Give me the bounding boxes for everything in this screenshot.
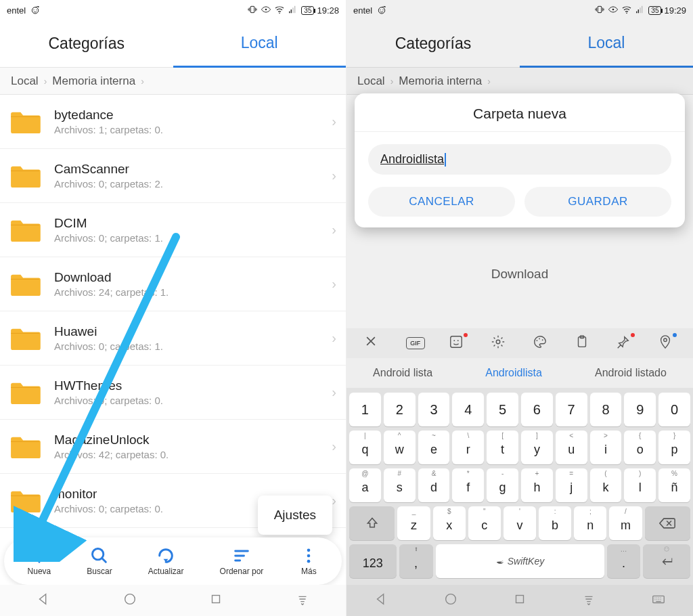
key-period[interactable]: …. xyxy=(607,544,641,578)
key-h[interactable]: +h xyxy=(521,468,553,502)
gear-icon[interactable] xyxy=(491,334,508,352)
back-key[interactable] xyxy=(374,592,388,609)
tab-local[interactable]: Local xyxy=(173,20,346,68)
crumb-local[interactable]: Local xyxy=(357,74,385,88)
key-j[interactable]: =j xyxy=(556,468,587,502)
crumb-internal[interactable]: Memoria interna xyxy=(52,74,135,88)
folder-row[interactable]: DownloadArchivos: 24; carpetas: 1.› xyxy=(0,257,346,311)
key-u[interactable]: <u xyxy=(556,431,587,464)
cancel-button[interactable]: CANCELAR xyxy=(368,187,515,217)
folder-icon xyxy=(9,326,41,351)
key-0[interactable]: 0 xyxy=(658,393,690,426)
key-space[interactable]: SwiftKey xyxy=(436,544,604,578)
suggestion-selected[interactable]: Androidlista xyxy=(485,367,542,379)
back-key[interactable] xyxy=(36,592,51,609)
tab-categories[interactable]: Categorías xyxy=(0,20,173,68)
more-button[interactable]: Más xyxy=(299,546,318,576)
sticker-icon[interactable] xyxy=(449,334,466,352)
close-icon[interactable] xyxy=(364,334,382,352)
keyboard-key[interactable] xyxy=(651,592,666,609)
folder-row[interactable]: MagazineUnlockArchivos: 42; carpetas: 0.… xyxy=(0,420,346,474)
key-l[interactable]: )l xyxy=(624,468,656,502)
key-backspace[interactable] xyxy=(645,506,690,540)
key-8[interactable]: 8 xyxy=(590,393,622,426)
key-b[interactable]: :b xyxy=(539,506,571,540)
key-c[interactable]: "c xyxy=(468,506,501,540)
dropdown-key[interactable] xyxy=(295,592,310,609)
key-o[interactable]: {o xyxy=(624,431,656,464)
svg-point-23 xyxy=(457,340,459,341)
recent-key[interactable] xyxy=(208,592,223,609)
key-i[interactable]: >i xyxy=(590,431,622,464)
key-t[interactable]: [t xyxy=(487,431,518,464)
svg-point-10 xyxy=(307,560,311,563)
key-k[interactable]: (k xyxy=(590,468,622,502)
key-shift[interactable] xyxy=(349,506,395,540)
key-comma[interactable]: , xyxy=(399,544,433,578)
key-e[interactable]: ~e xyxy=(418,431,450,464)
tab-categories[interactable]: Categorías xyxy=(346,20,520,68)
key-3[interactable]: 3 xyxy=(418,393,450,426)
key-f[interactable]: *f xyxy=(452,468,484,502)
keyboard-suggestions: Android lista Androidlista Android lista… xyxy=(346,358,693,388)
folder-row[interactable]: HWThemesArchivos: 0; carpetas: 0.› xyxy=(0,366,346,420)
tab-local[interactable]: Local xyxy=(520,20,693,68)
key-z[interactable]: _z xyxy=(397,506,430,540)
key-x[interactable]: $x xyxy=(433,506,466,540)
chevron-right-icon: › xyxy=(332,493,336,508)
key-1[interactable]: 1 xyxy=(349,393,381,426)
new-button[interactable]: Nueva xyxy=(28,546,51,576)
home-key[interactable] xyxy=(443,592,458,609)
key-2[interactable]: 2 xyxy=(384,393,416,426)
tab-bar: Categorías Local xyxy=(0,20,346,68)
search-button[interactable]: Buscar xyxy=(87,546,112,576)
nav-keys xyxy=(0,585,346,616)
settings-popup[interactable]: Ajustes xyxy=(258,496,332,535)
folder-list[interactable]: bytedanceArchivos: 1; carpetas: 0.›CamSc… xyxy=(0,95,346,528)
key-w[interactable]: ^w xyxy=(384,431,416,464)
key-q[interactable]: |q xyxy=(349,431,381,464)
clipboard-icon[interactable] xyxy=(575,334,592,352)
key-g[interactable]: -g xyxy=(487,468,518,502)
recent-key[interactable] xyxy=(512,592,527,609)
key-d[interactable]: &d xyxy=(418,468,450,502)
key-v[interactable]: 'v xyxy=(504,506,536,540)
folder-row[interactable]: HuaweiArchivos: 0; carpetas: 1.› xyxy=(0,311,346,366)
palette-icon[interactable] xyxy=(533,334,550,352)
key-m[interactable]: /m xyxy=(609,506,642,540)
folder-icon xyxy=(9,217,41,243)
folder-name: CamScanner xyxy=(54,162,332,177)
folder-name-input[interactable]: Androidlista xyxy=(368,144,671,175)
sort-button[interactable]: Ordenar por xyxy=(220,546,264,576)
key-p[interactable]: }p xyxy=(658,431,690,464)
suggestion[interactable]: Android lista xyxy=(373,367,432,379)
home-key[interactable] xyxy=(122,592,137,609)
refresh-button[interactable]: Actualizar xyxy=(148,546,184,576)
pin-icon[interactable] xyxy=(616,334,633,352)
folder-row[interactable]: DCIMArchivos: 0; carpetas: 1.› xyxy=(0,203,346,257)
key-a[interactable]: @a xyxy=(349,468,381,502)
key-y[interactable]: ]y xyxy=(521,431,553,464)
save-button[interactable]: GUARDAR xyxy=(524,187,671,217)
crumb-internal[interactable]: Memoria interna xyxy=(399,74,482,88)
key-4[interactable]: 4 xyxy=(452,393,484,426)
folder-row[interactable]: bytedanceArchivos: 1; carpetas: 0.› xyxy=(0,95,346,149)
suggestion[interactable]: Android listado xyxy=(595,367,667,379)
key-5[interactable]: 5 xyxy=(487,393,518,426)
key-enter[interactable] xyxy=(643,544,690,578)
key-9[interactable]: 9 xyxy=(624,393,656,426)
key-s[interactable]: #s xyxy=(384,468,416,502)
key-7[interactable]: 7 xyxy=(556,393,587,426)
folder-icon xyxy=(9,271,41,297)
gif-icon[interactable]: GIF xyxy=(406,337,425,349)
dropdown-key[interactable] xyxy=(581,592,596,609)
folder-row[interactable]: CamScannerArchivos: 0; carpetas: 2.› xyxy=(0,149,346,203)
crumb-local[interactable]: Local xyxy=(11,74,39,88)
svg-point-5 xyxy=(265,8,267,10)
key-ñ[interactable]: %ñ xyxy=(658,468,690,502)
key-mode[interactable]: 123 xyxy=(349,544,397,578)
key-6[interactable]: 6 xyxy=(521,393,553,426)
key-n[interactable]: ;n xyxy=(574,506,606,540)
location-icon[interactable] xyxy=(658,334,675,352)
key-r[interactable]: \r xyxy=(452,431,484,464)
